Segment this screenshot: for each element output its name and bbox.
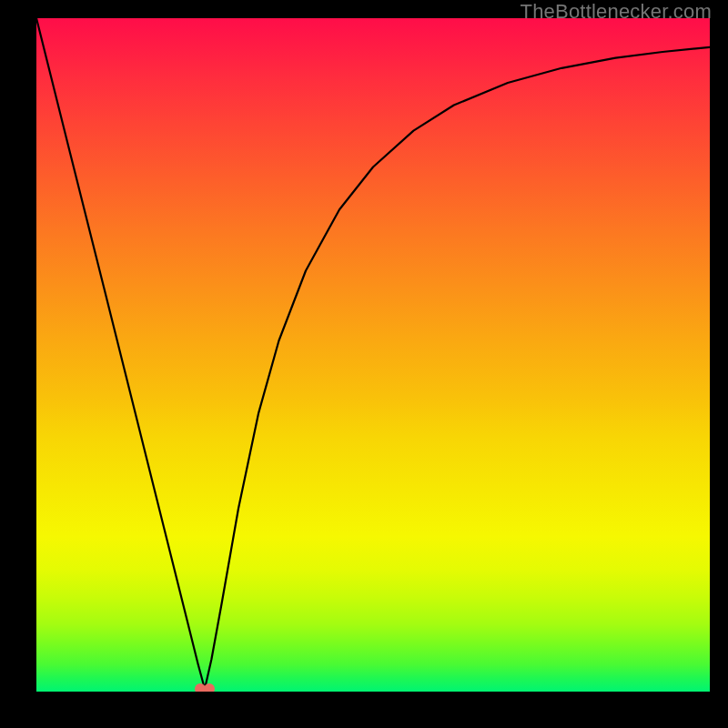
- min-marker-b: [204, 683, 215, 692]
- curve-svg: [36, 18, 710, 692]
- plot-area: [36, 18, 710, 692]
- min-marker-a: [195, 683, 206, 692]
- chart-frame: TheBottlenecker.com: [0, 0, 728, 728]
- watermark: TheBottlenecker.com: [521, 0, 712, 24]
- bottleneck-curve: [36, 18, 710, 689]
